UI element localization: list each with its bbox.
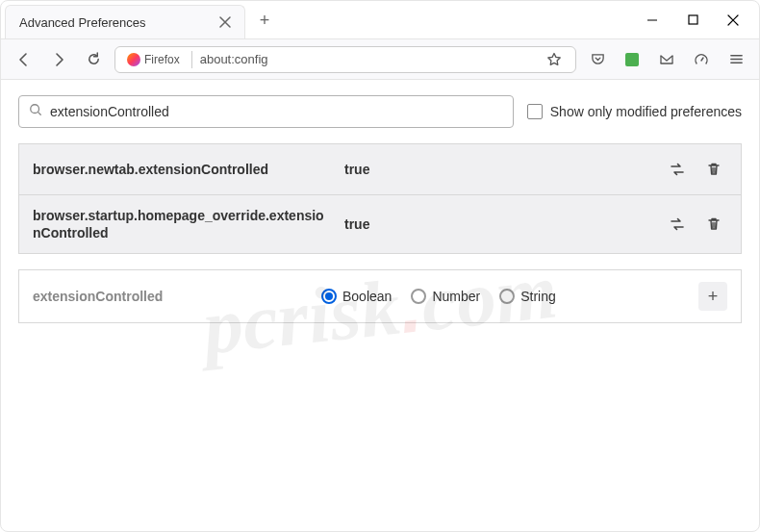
url-bar[interactable]: Firefox about:config bbox=[114, 46, 576, 73]
forward-button[interactable] bbox=[45, 46, 72, 73]
content-area: Show only modified preferences browser.n… bbox=[1, 80, 759, 339]
firefox-icon bbox=[127, 53, 140, 66]
urlbar-divider bbox=[191, 51, 192, 68]
radio-number[interactable]: Number bbox=[411, 289, 480, 304]
tab-title: Advanced Preferences bbox=[19, 15, 210, 30]
window-controls bbox=[626, 1, 759, 38]
preference-value: true bbox=[344, 216, 650, 232]
preference-value: true bbox=[344, 162, 650, 177]
radio-label: Boolean bbox=[342, 289, 392, 304]
radio-string[interactable]: String bbox=[499, 289, 556, 304]
preference-row: browser.startup.homepage_override.extens… bbox=[19, 195, 741, 253]
toolbar: Firefox about:config bbox=[1, 39, 759, 80]
toggle-button[interactable] bbox=[664, 156, 691, 183]
new-preference-name: extensionControlled bbox=[33, 289, 302, 304]
extension-icon[interactable] bbox=[619, 46, 646, 73]
new-preference-row: extensionControlled Boolean Number Strin… bbox=[18, 269, 742, 323]
firefox-label: Firefox bbox=[144, 53, 180, 66]
preference-table: browser.newtab.extensionControlled true … bbox=[18, 143, 742, 254]
close-window-button[interactable] bbox=[726, 13, 740, 27]
toggle-button[interactable] bbox=[664, 211, 691, 238]
radio-boolean[interactable]: Boolean bbox=[321, 289, 392, 304]
mail-icon[interactable] bbox=[653, 46, 680, 73]
preference-name: browser.newtab.extensionControlled bbox=[33, 161, 331, 178]
url-text: about:config bbox=[200, 52, 268, 66]
modified-only-checkbox[interactable]: Show only modified preferences bbox=[527, 104, 742, 119]
firefox-badge: Firefox bbox=[123, 53, 184, 66]
radio-label: String bbox=[520, 289, 556, 304]
radio-icon bbox=[499, 289, 515, 304]
titlebar: Advanced Preferences + bbox=[1, 1, 759, 39]
reload-button[interactable] bbox=[80, 46, 107, 73]
search-box[interactable] bbox=[18, 95, 514, 128]
radio-label: Number bbox=[432, 289, 480, 304]
menu-button[interactable] bbox=[722, 46, 749, 73]
pocket-icon[interactable] bbox=[584, 46, 611, 73]
radio-icon bbox=[411, 289, 426, 304]
speed-icon[interactable] bbox=[688, 46, 715, 73]
svg-rect-0 bbox=[689, 15, 697, 24]
preference-row: browser.newtab.extensionControlled true bbox=[19, 144, 741, 195]
browser-tab[interactable]: Advanced Preferences bbox=[5, 5, 245, 38]
delete-button[interactable] bbox=[700, 156, 727, 183]
search-input[interactable] bbox=[50, 104, 503, 119]
new-tab-button[interactable]: + bbox=[251, 7, 278, 34]
radio-icon bbox=[321, 289, 337, 304]
checkbox-label: Show only modified preferences bbox=[550, 104, 742, 119]
close-tab-icon[interactable] bbox=[217, 14, 233, 30]
delete-button[interactable] bbox=[700, 211, 727, 238]
maximize-button[interactable] bbox=[686, 13, 699, 27]
preference-name: browser.startup.homepage_override.extens… bbox=[33, 207, 331, 241]
search-icon bbox=[29, 103, 42, 120]
add-preference-button[interactable]: + bbox=[698, 282, 727, 311]
checkbox-icon bbox=[527, 104, 543, 119]
back-button[interactable] bbox=[11, 46, 38, 73]
search-row: Show only modified preferences bbox=[18, 95, 742, 128]
star-icon[interactable] bbox=[541, 46, 568, 73]
minimize-button[interactable] bbox=[646, 13, 659, 27]
